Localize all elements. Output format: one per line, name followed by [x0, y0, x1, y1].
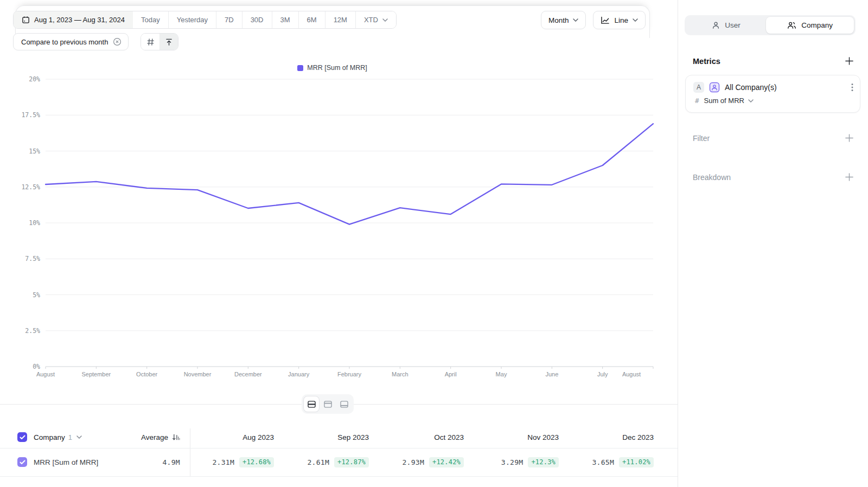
x-tick-label: October: [136, 371, 157, 377]
chart-type-label: Line: [614, 16, 628, 24]
range-button-yesterday[interactable]: Yesterday: [168, 11, 216, 28]
absolute-values-button[interactable]: [141, 34, 159, 50]
metrics-header: Metrics: [693, 56, 854, 66]
filter-section: Filter: [693, 133, 854, 143]
circle-x-icon[interactable]: [113, 37, 122, 46]
breakdown-label: Breakdown: [693, 173, 731, 182]
metric-name: All Company(s): [725, 83, 846, 92]
aggregation-dropdown[interactable]: Sum of MRR: [704, 97, 754, 105]
metrics-title: Metrics: [693, 57, 720, 66]
cell-value: 3.65M: [592, 458, 614, 466]
numeric-type-icon: #: [695, 97, 699, 105]
compare-chip[interactable]: Compare to previous month: [13, 33, 129, 50]
table-row[interactable]: MRR [Sum of MRR] 4.9M 2.31M+12.68%2.61M+…: [0, 448, 678, 476]
date-range-button[interactable]: Aug 1, 2023 — Aug 31, 2024: [14, 11, 133, 28]
toggle-user[interactable]: User: [686, 17, 766, 34]
chevron-down-icon: [573, 18, 578, 22]
x-tick-label: May: [496, 371, 507, 377]
sort-icon[interactable]: [172, 433, 180, 441]
value-mode-toggle: [141, 33, 178, 50]
column-header-aug-2023[interactable]: Aug 2023: [182, 426, 274, 448]
line-chart-icon: [601, 16, 610, 24]
chevron-down-icon: [633, 18, 638, 22]
add-metric-button[interactable]: [845, 56, 854, 66]
toggle-company-label: Company: [801, 21, 833, 29]
date-toolbar: Aug 1, 2023 — Aug 31, 2024 TodayYesterda…: [13, 11, 397, 29]
y-tick-label: 2.5%: [25, 327, 40, 335]
config-sidebar: User Company Metrics A: [678, 0, 868, 487]
layout-table-only-button[interactable]: [336, 396, 352, 412]
group-count: 1: [68, 433, 72, 441]
date-range-label: Aug 1, 2023 — Aug 31, 2024: [34, 16, 125, 24]
select-all-checkbox[interactable]: [17, 432, 27, 442]
cell-value: 3.29M: [501, 458, 524, 466]
range-button-6m[interactable]: 6M: [298, 11, 325, 28]
y-tick-label: 15%: [29, 148, 40, 155]
y-tick-label: 20%: [29, 75, 40, 83]
quick-ranges: TodayYesterday7D30D3M6M12M: [133, 11, 355, 28]
layout-chart-only-button[interactable]: [320, 396, 335, 412]
calendar-icon: [22, 16, 30, 24]
table-header-row: Company 1 Average Aug 2023Sep 2023Oct 20…: [0, 426, 678, 448]
x-tick-label: April: [445, 371, 457, 377]
x-tick-label: March: [392, 371, 409, 377]
metric-card[interactable]: A All Company(s) # Sum of MRR: [685, 75, 860, 113]
range-button-30d[interactable]: 30D: [242, 11, 272, 28]
group-by-label[interactable]: Company: [34, 433, 65, 441]
cell-nov-2023: 3.29M+12.3%: [456, 448, 559, 476]
x-tick-label: January: [288, 371, 310, 377]
delta-badge: +11.02%: [619, 457, 654, 467]
y-tick-label: 7.5%: [25, 255, 40, 262]
column-header-sep-2023[interactable]: Sep 2023: [277, 426, 369, 448]
table-row-divider: [0, 476, 678, 477]
xtd-button[interactable]: XTD: [355, 11, 396, 28]
cell-value: 2.93M: [402, 458, 424, 466]
add-breakdown-button[interactable]: [845, 172, 854, 182]
hash-grid-icon: [146, 38, 155, 46]
compare-label: Compare to previous month: [21, 38, 108, 46]
x-tick-label: December: [234, 371, 262, 377]
chevron-down-icon[interactable]: [76, 435, 82, 439]
y-tick-label: 0%: [33, 363, 40, 370]
growth-mode-button[interactable]: [159, 34, 178, 50]
y-tick-label: 5%: [33, 291, 40, 299]
column-header-dec-2023[interactable]: Dec 2023: [561, 426, 654, 448]
date-range-control: Aug 1, 2023 — Aug 31, 2024 TodayYesterda…: [13, 11, 397, 29]
legend-label: MRR [Sum of MRR]: [307, 64, 367, 72]
x-tick-label: August: [622, 371, 641, 377]
x-tick-label: November: [184, 371, 212, 377]
arrow-up-to-line-icon: [165, 38, 173, 46]
entity-toggle: User Company: [685, 15, 856, 35]
add-filter-button[interactable]: [845, 133, 854, 143]
mrr-line-chart[interactable]: 0%2.5%5%7.5%10%12.5%15%17.5%20%AugustSep…: [0, 73, 678, 398]
column-header-oct-2023[interactable]: Oct 2023: [372, 426, 464, 448]
compare-toolbar: Compare to previous month: [13, 33, 178, 50]
y-tick-label: 17.5%: [21, 111, 40, 119]
column-header-nov-2023[interactable]: Nov 2023: [467, 426, 559, 448]
toggle-company[interactable]: Company: [766, 17, 854, 34]
cell-value: 2.61M: [307, 458, 329, 466]
metric-letter-badge: A: [693, 82, 704, 93]
legend-swatch: [297, 65, 303, 71]
range-button-today[interactable]: Today: [133, 11, 168, 28]
row-checkbox[interactable]: [17, 457, 27, 467]
filter-label: Filter: [693, 134, 710, 143]
chart-controls: Month Line: [541, 11, 646, 29]
cell-oct-2023: 2.93M+12.42%: [361, 448, 464, 476]
app-canvas: Aug 1, 2023 — Aug 31, 2024 TodayYesterda…: [0, 0, 868, 487]
average-header[interactable]: Average: [141, 433, 168, 441]
breakdown-section: Breakdown: [693, 172, 854, 182]
range-button-3m[interactable]: 3M: [272, 11, 298, 28]
range-button-7d[interactable]: 7D: [216, 11, 242, 28]
company-metric-icon: [709, 82, 720, 93]
cell-dec-2023: 3.65M+11.02%: [551, 448, 654, 476]
cell-sep-2023: 2.61M+12.87%: [266, 448, 369, 476]
user-icon: [712, 21, 720, 29]
y-tick-label: 10%: [29, 219, 40, 227]
layout-split-button[interactable]: [304, 396, 319, 412]
x-tick-label: June: [545, 371, 558, 377]
range-button-12m[interactable]: 12M: [325, 11, 355, 28]
granularity-dropdown[interactable]: Month: [541, 11, 586, 29]
chart-type-dropdown[interactable]: Line: [593, 11, 646, 29]
kebab-menu-icon[interactable]: [851, 83, 853, 92]
